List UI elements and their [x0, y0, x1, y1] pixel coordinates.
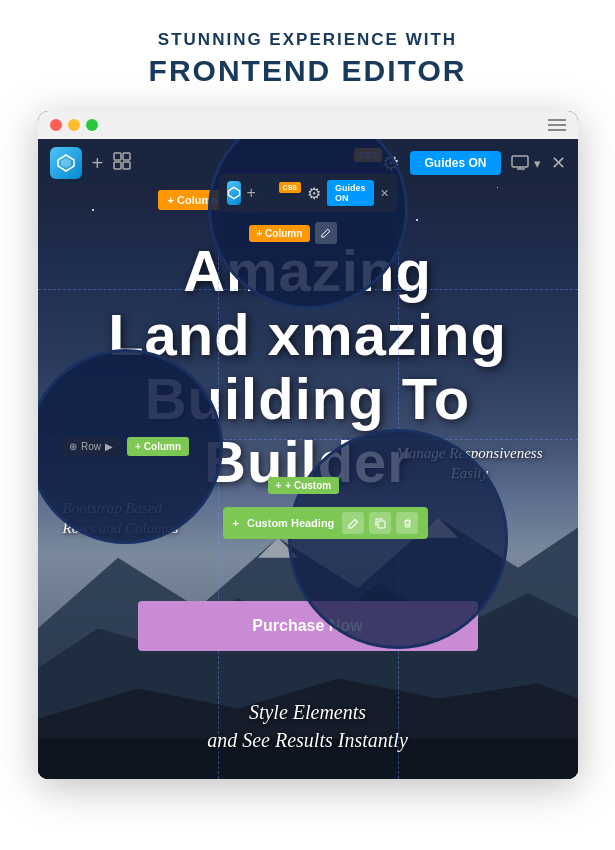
custom-heading-label: Custom Heading: [247, 517, 334, 529]
custom-plus-icon: +: [276, 480, 282, 491]
svg-rect-11: [123, 162, 130, 169]
custom-heading-plus-icon: +: [233, 517, 239, 529]
desktop-icon[interactable]: ▾: [511, 155, 541, 171]
main-title: FRONTEND EDITOR: [149, 54, 467, 87]
svg-marker-16: [228, 187, 239, 198]
svg-rect-12: [512, 156, 528, 167]
dot-red: [50, 119, 62, 131]
bottom-line2: and See Results Instantly: [38, 726, 578, 754]
grid-line-v1: [218, 187, 219, 779]
ch-delete-button[interactable]: [396, 512, 418, 534]
dot-yellow: [68, 119, 80, 131]
ch-edit-button[interactable]: [342, 512, 364, 534]
toolbar-grid-icon[interactable]: [113, 152, 131, 175]
toolbar-plus-icon[interactable]: +: [92, 152, 104, 175]
browser-menu-icon: [548, 119, 566, 131]
browser-mockup: + CSS ⚙ Guides ON ▾: [38, 111, 578, 779]
ch-actions: [342, 512, 418, 534]
browser-content: + CSS ⚙ Guides ON ▾: [38, 139, 578, 779]
circle-bottom-zoom: [288, 429, 508, 649]
hero-line3b: uilding To: [188, 366, 471, 431]
custom-small-label: + Custom: [285, 480, 331, 491]
circle-left-zoom: ⊕Row▶ +Column: [38, 349, 223, 544]
guides-on-button[interactable]: Guides ON: [410, 151, 500, 175]
svg-rect-8: [114, 153, 121, 160]
browser-chrome: [38, 111, 578, 139]
page-header: STUNNING EXPERIENCE WITH FRONTEND EDITOR: [149, 30, 467, 87]
custom-heading-bar[interactable]: + Custom Heading: [223, 507, 429, 539]
subtitle: STUNNING EXPERIENCE WITH: [149, 30, 467, 50]
bottom-text: Style Elements and See Results Instantly: [38, 698, 578, 754]
custom-small-bar: + + Custom: [268, 477, 340, 494]
svg-rect-10: [114, 162, 121, 169]
hero-line2b: xmazing: [268, 302, 507, 367]
bottom-line1: Style Elements: [38, 698, 578, 726]
svg-rect-9: [123, 153, 130, 160]
dot-green: [86, 119, 98, 131]
ch-copy-button[interactable]: [369, 512, 391, 534]
close-icon[interactable]: ✕: [551, 152, 566, 174]
svg-rect-15: [378, 521, 385, 528]
svg-marker-7: [61, 158, 71, 168]
toolbar-logo: [50, 147, 82, 179]
